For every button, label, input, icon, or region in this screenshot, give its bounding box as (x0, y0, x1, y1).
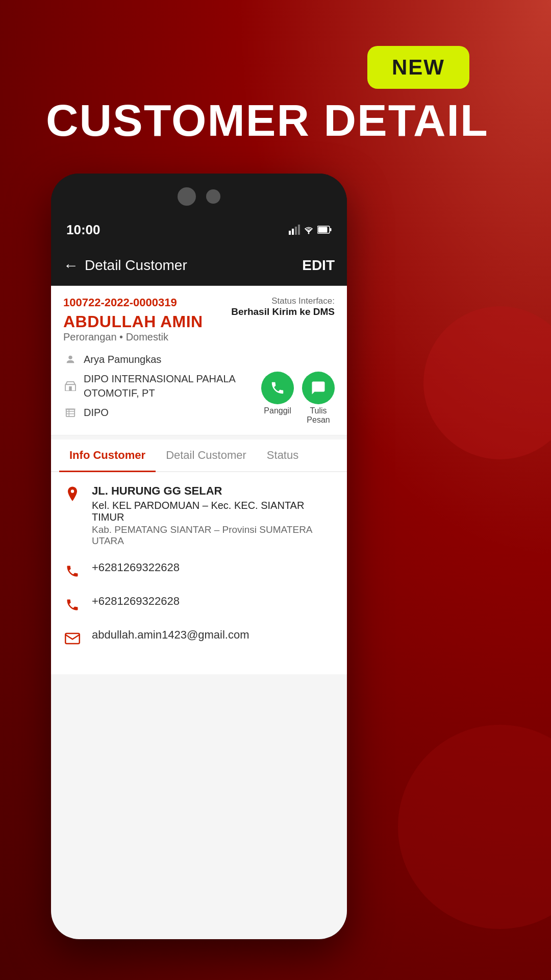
svg-rect-10 (69, 386, 71, 391)
edit-button[interactable]: EDIT (302, 257, 335, 274)
address-item: JL. HURUNG GG SELAR Kel. KEL PARDOMUAN –… (63, 484, 335, 547)
phone-frame: 10:00 ← (51, 174, 347, 939)
svg-rect-6 (330, 228, 332, 231)
camera-area (51, 174, 347, 214)
header-left[interactable]: ← Detail Customer (63, 257, 187, 274)
page-title: CUSTOMER DETAIL (46, 94, 489, 146)
email-address[interactable]: abdullah.amin1423@gmail.com (92, 628, 249, 642)
action-buttons: Panggil Tulis Pesan (261, 372, 335, 425)
svg-point-4 (308, 233, 310, 234)
call-action-group: Panggil (261, 372, 294, 425)
phone1-number[interactable]: +6281269322628 (92, 561, 180, 574)
svg-rect-12 (65, 408, 76, 410)
tab-status[interactable]: Status (257, 439, 309, 471)
email-icon (63, 629, 82, 648)
message-button-label: Tulis Pesan (302, 406, 335, 425)
customer-card: 100722-2022-0000319 ABDULLAH AMIN Perora… (51, 286, 347, 435)
status-label: Status Interface: (231, 296, 335, 306)
svg-marker-1 (292, 229, 294, 235)
customer-header-row: 100722-2022-0000319 ABDULLAH AMIN Perora… (63, 296, 335, 350)
info-section: JL. HURUNG GG SELAR Kel. KEL PARDOMUAN –… (51, 472, 347, 674)
wifi-icon (303, 225, 314, 234)
svg-marker-0 (289, 231, 291, 235)
camera-secondary (206, 189, 220, 204)
status-value: Berhasil Kirim ke DMS (231, 306, 335, 317)
status-bar: 10:00 (51, 214, 347, 245)
address-district: Kel. KEL PARDOMUAN – Kec. KEC. SIANTAR T… (92, 500, 335, 523)
camera-main (178, 187, 196, 206)
tabs-bar: Info Customer Detail Customer Status (51, 439, 347, 472)
dealer-name: DIPO INTERNASIONAL PAHALA OTOMOTIF, PT (84, 372, 261, 400)
location-icon (63, 485, 82, 504)
dealer-icon (63, 379, 78, 393)
agent-icon (63, 352, 78, 366)
dealer-row: DIPO INTERNASIONAL PAHALA OTOMOTIF, PT (63, 372, 261, 400)
customer-info-block: Arya Pamungkas DIPO INTERNASIONAL PAHALA… (63, 352, 261, 425)
tab-detail-customer[interactable]: Detail Customer (156, 439, 257, 471)
phone2-icon (63, 596, 82, 614)
address-province: Kab. PEMATANG SIANTAR – Provinsi SUMATER… (92, 524, 335, 547)
agent-row: Arya Pamungkas (63, 352, 261, 366)
svg-point-8 (68, 356, 72, 359)
bg-decoration-circle-right (423, 306, 551, 459)
call-button-label: Panggil (264, 406, 291, 415)
phone2-item: +6281269322628 (63, 595, 335, 614)
phone2-number[interactable]: +6281269322628 (92, 595, 180, 608)
customer-id-block: 100722-2022-0000319 ABDULLAH AMIN Perora… (63, 296, 203, 350)
header-title: Detail Customer (85, 257, 187, 274)
svg-point-13 (71, 489, 74, 493)
status-icons (289, 225, 332, 235)
address-street: JL. HURUNG GG SELAR (92, 484, 335, 498)
signal-icon (289, 225, 300, 235)
email-item: abdullah.amin1423@gmail.com (63, 628, 335, 648)
svg-marker-3 (298, 225, 300, 235)
status-interface-block: Status Interface: Berhasil Kirim ke DMS (231, 296, 335, 317)
app-header: ← Detail Customer EDIT (51, 245, 347, 286)
phone1-icon (63, 562, 82, 580)
address-content: JL. HURUNG GG SELAR Kel. KEL PARDOMUAN –… (92, 484, 335, 547)
svg-rect-11 (66, 409, 74, 417)
agent-name: Arya Pamungkas (84, 352, 161, 366)
status-time: 10:00 (66, 222, 101, 238)
svg-rect-7 (318, 227, 328, 233)
branch-icon (63, 405, 78, 420)
new-badge: NEW (367, 46, 469, 89)
phone-content: 100722-2022-0000319 ABDULLAH AMIN Perora… (51, 286, 347, 939)
branch-name: DIPO (84, 405, 109, 420)
tab-info-customer[interactable]: Info Customer (59, 439, 156, 471)
call-button[interactable] (261, 372, 294, 404)
svg-marker-2 (295, 227, 297, 235)
back-arrow-icon[interactable]: ← (63, 257, 79, 274)
customer-id: 100722-2022-0000319 (63, 296, 203, 309)
message-button[interactable] (302, 372, 335, 404)
battery-icon (317, 226, 332, 234)
customer-type: Perorangan • Domestik (63, 331, 203, 343)
bg-decoration-circle-bottom (398, 725, 551, 929)
branch-row: DIPO (63, 405, 261, 420)
message-action-group: Tulis Pesan (302, 372, 335, 425)
phone1-item: +6281269322628 (63, 561, 335, 580)
customer-name: ABDULLAH AMIN (63, 312, 203, 331)
